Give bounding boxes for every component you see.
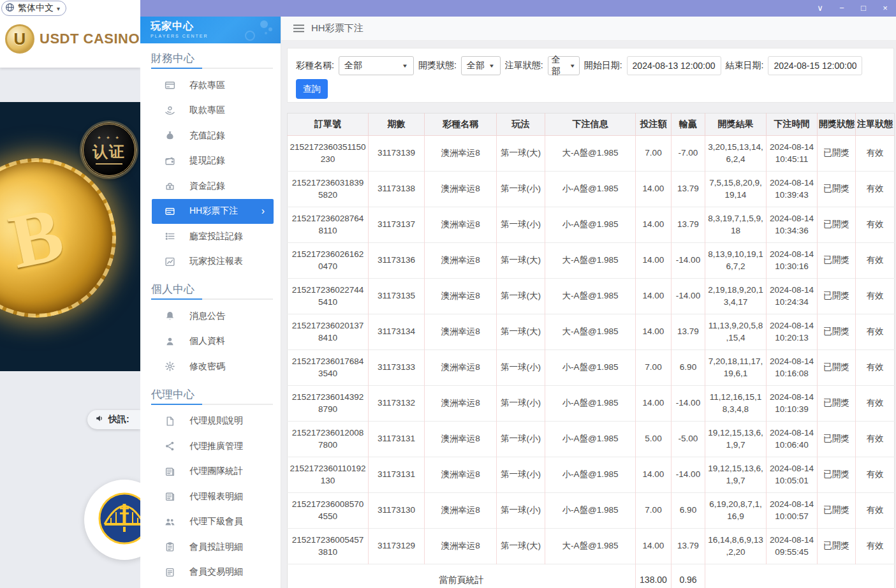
table-cell: 2024-08-14 09:55:45 (767, 529, 818, 564)
table-cell: 第一球(小) (497, 457, 545, 493)
badge-text: 认证 (92, 142, 126, 162)
sidebar-item[interactable]: 代理團隊統計 (152, 459, 274, 485)
start-date-input[interactable] (627, 56, 721, 75)
table-row: 215217236035115023031173139澳洲幸运8第一球(大)大-… (288, 136, 895, 172)
table-cell: 11,12,16,15,18,3,4,8 (705, 386, 767, 422)
menu-toggle-icon[interactable] (293, 24, 304, 33)
draw-status-select[interactable]: 全部▼ (461, 56, 501, 75)
sidebar-item[interactable]: 玩家投注報表 (152, 249, 274, 275)
table-cell: 有效 (856, 243, 895, 279)
table-cell: 2024-08-14 10:24:34 (767, 279, 818, 314)
search-button[interactable]: 查詢 (296, 79, 328, 99)
table-cell: 澳洲幸运8 (425, 493, 497, 529)
table-cell: 澳洲幸运8 (425, 422, 497, 457)
table-cell: -14.00 (672, 243, 705, 279)
table-cell: 31173131 (369, 457, 425, 493)
sidebar-item[interactable]: 取款專區 (152, 98, 274, 124)
sidebar-item-label: 充值記錄 (189, 130, 225, 142)
left-panel: 繁体中文 ▾ U USDT CASINO B ★ ★ ★ 认证 (0, 0, 140, 588)
window-minimize-button[interactable]: − (831, 0, 853, 17)
sidebar-item[interactable]: 存款專區 (152, 73, 274, 98)
table-cell: 已開獎 (818, 422, 856, 457)
page-title: HH彩票下注 (311, 22, 364, 34)
sidebar-item[interactable]: 消息公告 (152, 304, 274, 329)
table-cell: 19,12,15,13,6,1,9,7 (705, 457, 767, 493)
sidebar-item[interactable]: 資金記錄 (152, 173, 274, 199)
table-cell: 2152172360120087800 (288, 422, 369, 457)
table-cell: 有效 (856, 493, 895, 529)
table-cell: 第一球(大) (497, 314, 545, 350)
select-caret-icon: ▼ (488, 63, 495, 69)
table-header-row: 訂單號期數彩種名稱玩法下注信息投注額輸贏開獎結果下注時間開獎狀態注單狀態 (288, 114, 895, 136)
lottery-select[interactable]: 全部▼ (339, 56, 414, 75)
table-cell: 已開獎 (818, 529, 856, 564)
sidebar-item[interactable]: 廳室投註記錄 (152, 224, 274, 249)
table-cell: 澳洲幸运8 (425, 207, 497, 243)
table-cell: 第一球(大) (497, 243, 545, 279)
summary-bet-total: 138.00 (636, 564, 672, 588)
sidebar-item[interactable]: 代理報表明細 (152, 484, 274, 510)
draw-status-label: 開獎狀態: (418, 60, 457, 71)
sidebar-item[interactable]: 修改密碼 (152, 354, 274, 379)
table-cell: 6,19,20,8,7,1,16,9 (705, 493, 767, 529)
table-cell: 31173133 (369, 350, 425, 386)
sidebar-item[interactable]: 充值記錄 (152, 123, 274, 149)
globe-icon (5, 3, 15, 14)
table-cell: 2024-08-14 10:34:36 (767, 207, 818, 243)
table-cell: -14.00 (672, 457, 705, 493)
table-row: 215217236008570455031173130澳洲幸运8第一球(小)小-… (288, 493, 895, 529)
table-cell: 有效 (856, 422, 895, 457)
end-date-input[interactable] (768, 56, 862, 75)
sidebar-item[interactable]: 個人資料 (152, 329, 274, 355)
table-cell: 7,5,15,8,20,9,19,14 (705, 172, 767, 207)
table-cell: 澳洲幸运8 (425, 172, 497, 207)
language-selector[interactable]: 繁体中文 ▾ (1, 1, 66, 16)
sidebar-item[interactable]: 會員交易明細 (152, 560, 274, 585)
window-restore-button[interactable]: ∨ (809, 0, 831, 17)
table-row: 215217236005457381031173129澳洲幸运8第一球(大)大-… (288, 529, 895, 564)
table-cell: 有效 (856, 172, 895, 207)
table-cell: 已開獎 (818, 207, 856, 243)
withdraw-hand-icon (165, 105, 175, 116)
document-icon (165, 416, 175, 427)
table-cell: 澳洲幸运8 (425, 457, 497, 493)
players-center-header: 玩家中心 PLAYERS CENTER (140, 17, 281, 43)
sidebar-item[interactable]: 代理規則說明 (152, 409, 274, 434)
section-title: 代理中心 (151, 387, 270, 402)
section-divider (151, 298, 273, 300)
window-maximize-button[interactable]: □ (853, 0, 874, 17)
table-cell: 31173135 (369, 279, 425, 314)
table-cell: 有效 (856, 207, 895, 243)
column-header: 開獎狀態 (818, 114, 856, 136)
table-cell: 19,12,15,13,6,1,9,7 (705, 422, 767, 457)
table-row: 215217236012008780031173131澳洲幸运8第一球(小)小-… (288, 422, 895, 457)
brand-card: 繁体中文 ▾ U USDT CASINO (0, 0, 140, 68)
table-cell: 小-A盤@1.985 (545, 457, 636, 493)
table-cell: 13.79 (672, 314, 705, 350)
order-status-select[interactable]: 全部▼ (548, 56, 580, 75)
window-close-button[interactable]: × (874, 0, 896, 17)
table-cell: 8,13,9,10,19,16,7,2 (705, 243, 767, 279)
table-cell: 第一球(小) (497, 422, 545, 457)
table-cell: 大-A盤@1.985 (545, 314, 636, 350)
sidebar: 玩家中心 PLAYERS CENTER 財務中心存款專區取款專區充值記錄提現記錄… (140, 17, 281, 588)
badge-stars: ★ ★ ★ (97, 135, 121, 140)
table-cell: -14.00 (672, 386, 705, 422)
sidebar-item-label: 提現記錄 (189, 155, 225, 166)
table-cell: 澳洲幸运8 (425, 529, 497, 564)
sidebar-item[interactable]: HH彩票下注› (152, 199, 274, 224)
section-divider (151, 68, 273, 69)
sidebar-item-label: 代理下級會員 (189, 516, 243, 527)
table-cell: 有效 (856, 350, 895, 386)
news-ticker[interactable]: 快訊: (87, 410, 140, 429)
sidebar-item[interactable]: 提現記錄 (152, 149, 274, 174)
sidebar-item[interactable]: 代理推廣管理 (152, 434, 274, 459)
sidebar-item[interactable]: 代理下級會員 (152, 510, 274, 535)
table-cell: 14.00 (636, 457, 672, 493)
speaker-icon (95, 414, 105, 425)
sidebar-item[interactable]: 會員投註明細 (152, 534, 274, 560)
table-cell: 2024-08-14 10:30:16 (767, 243, 818, 279)
table-row: 215217236014392879031173132澳洲幸运8第一球(小)小-… (288, 386, 895, 422)
table-cell: 澳洲幸运8 (425, 136, 497, 172)
select-caret-icon: ▼ (402, 63, 408, 69)
